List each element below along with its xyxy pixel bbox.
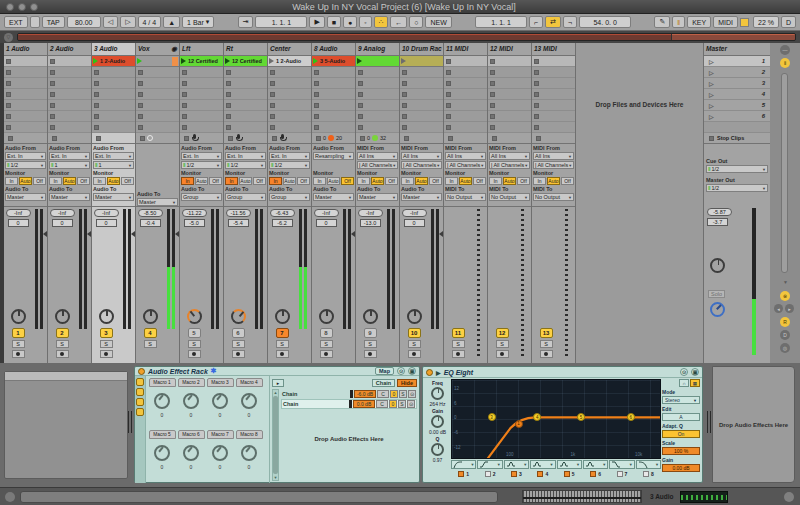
clip-stop-icon[interactable] [6, 70, 11, 75]
fader-thumb[interactable] [439, 231, 443, 237]
monitor-in-button[interactable]: In [269, 177, 282, 185]
empty-clip-slot[interactable] [532, 111, 575, 122]
monitor-auto-button[interactable]: Auto [459, 177, 472, 185]
eq-filter-node-1[interactable]: 1 [515, 420, 523, 428]
cue-volume-knob[interactable] [710, 302, 725, 317]
rack-drop-area[interactable]: Drop Audio Effects Here [281, 409, 417, 469]
monitor-off-button[interactable]: Off [429, 177, 442, 185]
volume-field[interactable]: -8.50 [138, 209, 163, 217]
empty-clip-slot[interactable] [4, 89, 47, 100]
close-window-button[interactable] [6, 3, 14, 11]
empty-clip-slot[interactable] [532, 78, 575, 89]
volume-field[interactable]: -11.56 [226, 209, 251, 217]
empty-clip-slot[interactable] [400, 122, 443, 133]
empty-clip-slot[interactable] [312, 89, 355, 100]
track-title[interactable]: 12 MIDI [488, 43, 531, 56]
arm-record-button[interactable] [188, 350, 201, 358]
curve-view-toggle[interactable]: ∩ [679, 379, 689, 387]
scene-row-4[interactable]: ▷4 [704, 89, 770, 100]
output-chooser[interactable]: Group▼ [269, 193, 310, 201]
clip-slot[interactable]: 1 2-Audio [268, 56, 311, 67]
clip-stop-icon[interactable] [226, 125, 231, 130]
empty-clip-slot[interactable] [136, 100, 179, 111]
output-chooser[interactable]: Group▼ [225, 193, 266, 201]
drop-files-area[interactable]: Drop Files and Devices Here [576, 43, 704, 363]
fader-thumb[interactable] [87, 231, 91, 237]
output-chooser[interactable]: Group▼ [181, 193, 222, 201]
track-title[interactable]: 8 Audio [312, 43, 355, 56]
empty-clip-slot[interactable] [224, 89, 267, 100]
macro-label[interactable]: Macro 1 [149, 378, 176, 387]
clip-stop-icon[interactable] [6, 92, 11, 97]
clip-stop-icon[interactable] [226, 114, 231, 119]
track-activator-button[interactable]: 9 [364, 328, 377, 338]
track-stop-icon[interactable] [8, 136, 13, 141]
output-chooser[interactable]: No Output▼ [533, 193, 574, 201]
macro-label[interactable]: Macro 8 [236, 430, 263, 439]
clip-stop-icon[interactable] [138, 81, 143, 86]
track-stop-icon[interactable] [184, 136, 189, 141]
arm-record-button[interactable] [408, 350, 421, 358]
pan-knob[interactable] [363, 309, 378, 324]
empty-clip-slot[interactable] [400, 111, 443, 122]
monitor-auto-button[interactable]: Auto [415, 177, 428, 185]
empty-clip-slot[interactable] [48, 78, 91, 89]
freq-value[interactable]: 264 Hz [430, 401, 446, 407]
clip-stop-icon[interactable] [94, 92, 99, 97]
empty-clip-slot[interactable] [180, 78, 223, 89]
hot-swap-icon[interactable]: ⊙ [397, 367, 405, 375]
clip-stop-icon[interactable] [94, 103, 99, 108]
scene-play-icon[interactable]: ▷ [709, 113, 714, 120]
empty-clip-slot[interactable] [268, 67, 311, 78]
scene-play-icon[interactable]: ▷ [709, 80, 714, 87]
clip-stop-icon[interactable] [446, 92, 451, 97]
eq-save-preset-icon[interactable]: ▣ [691, 368, 699, 376]
clip-stop-icon[interactable] [402, 103, 407, 108]
empty-clip-slot[interactable] [268, 122, 311, 133]
track-activator-button[interactable]: 10 [408, 328, 421, 338]
empty-clip-slot[interactable] [400, 67, 443, 78]
chain-scrollbar[interactable]: ▲▼ [272, 389, 279, 481]
q-knob[interactable] [431, 443, 444, 456]
arm-record-button[interactable] [452, 350, 465, 358]
eq-filter-node-5[interactable]: 5 [577, 413, 585, 421]
macro-label[interactable]: Macro 2 [178, 378, 205, 387]
pan-field[interactable]: 0 [404, 219, 425, 227]
arrangement-overview-bar[interactable] [17, 33, 796, 41]
clip-stop-icon[interactable] [358, 81, 363, 86]
empty-clip-slot[interactable] [532, 67, 575, 78]
clip-stop-icon[interactable] [534, 81, 539, 86]
empty-clip-slot[interactable] [356, 122, 399, 133]
eq-filter-node-6[interactable]: 6 [627, 413, 635, 421]
zoom-window-button[interactable] [30, 3, 38, 11]
clip-stop-icon[interactable] [94, 125, 99, 130]
clip-stop-icon[interactable] [314, 92, 319, 97]
save-preset-icon[interactable]: ▣ [408, 367, 416, 375]
solo-button[interactable]: S [320, 340, 333, 348]
show-sends-toggle[interactable]: ◂ [774, 304, 783, 313]
clip-stop-icon[interactable] [358, 125, 363, 130]
empty-clip-slot[interactable] [4, 78, 47, 89]
pan-field[interactable]: -5.4 [228, 219, 249, 227]
loop-length-field[interactable]: 54. 0. 0 [579, 16, 631, 28]
monitor-in-button[interactable]: In [93, 177, 106, 185]
clip-stop-icon[interactable] [534, 59, 539, 64]
automation-arm-button[interactable]: ∴ [374, 16, 388, 28]
show-macros-toggle[interactable] [136, 378, 144, 386]
band-activator-checkbox[interactable] [643, 471, 649, 477]
master-volume-field[interactable]: -5.87 [707, 208, 732, 216]
input-type-chooser[interactable]: Ext. In▼ [269, 152, 310, 160]
pan-knob[interactable] [143, 309, 158, 324]
loop-button[interactable]: ⇄ [545, 16, 561, 28]
clip-stop-icon[interactable] [534, 114, 539, 119]
monitor-off-button[interactable]: Off [517, 177, 530, 185]
output-chooser[interactable]: Master▼ [93, 193, 134, 201]
clip-play-icon[interactable] [137, 58, 142, 64]
solo-button[interactable]: S [100, 340, 113, 348]
empty-clip-slot[interactable] [488, 111, 531, 122]
input-channel-chooser[interactable]: |All Channels▼ [357, 161, 398, 169]
clip-play-icon[interactable] [269, 58, 274, 64]
chain-solo-button[interactable]: S [398, 400, 406, 408]
edit-ab-button[interactable]: A [662, 413, 700, 421]
empty-clip-slot[interactable] [268, 100, 311, 111]
